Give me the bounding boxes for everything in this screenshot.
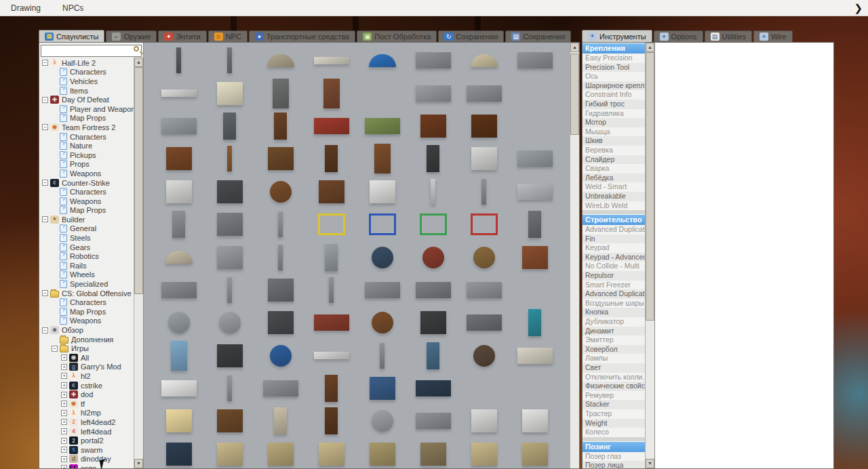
tree-item[interactable]: Дополнения <box>39 335 134 344</box>
spawn-prop-icon[interactable] <box>517 52 553 68</box>
tree-item[interactable]: +gGarry's Mod <box>39 363 134 372</box>
tree-item[interactable]: −✹Обзор <box>39 325 134 335</box>
tree-item[interactable]: +csgo <box>39 464 134 468</box>
spawn-prop-icon[interactable] <box>481 179 486 205</box>
spawn-prop-icon[interactable] <box>517 150 553 167</box>
scroll-thumb[interactable] <box>646 52 654 321</box>
spawn-prop-icon[interactable] <box>166 409 192 432</box>
spawn-prop-icon[interactable] <box>473 247 495 268</box>
tree-toggle-plus-icon[interactable]: + <box>61 456 67 462</box>
spawn-prop-icon[interactable] <box>365 118 400 134</box>
menu-item-npcs[interactable]: NPCs <box>52 0 94 16</box>
tree-toggle-minus-icon[interactable]: − <box>42 290 48 296</box>
tree-item[interactable]: +2left4dead2 <box>39 417 134 427</box>
tree-item[interactable]: Gears <box>39 243 134 252</box>
tree-item[interactable]: Steels <box>39 233 134 243</box>
tree-item[interactable]: Specialized <box>39 279 134 289</box>
spawn-prop-icon[interactable] <box>273 79 289 108</box>
spawn-prop-icon[interactable] <box>471 115 497 138</box>
spawn-prop-icon[interactable] <box>325 244 338 271</box>
spawn-prop-icon[interactable] <box>370 443 395 466</box>
spawn-prop-icon[interactable] <box>325 407 338 434</box>
tree-toggle-plus-icon[interactable]: + <box>61 428 67 434</box>
tree-item[interactable]: +λhl2 <box>39 371 134 381</box>
tree-toggle-minus-icon[interactable]: − <box>42 216 48 222</box>
tree-toggle-plus-icon[interactable]: + <box>61 419 67 425</box>
spawn-prop-icon[interactable] <box>420 443 446 466</box>
scroll-thumb[interactable] <box>570 54 579 135</box>
tool-item[interactable]: Слайдер <box>583 155 645 165</box>
spawn-prop-icon[interactable] <box>323 79 340 108</box>
tool-item[interactable]: No Collide - Multi <box>583 262 645 271</box>
spawn-prop-icon[interactable] <box>374 144 391 174</box>
spawn-prop-icon[interactable] <box>522 409 548 432</box>
spawnmenu-tab[interactable]: ⌐Оружие <box>106 30 157 42</box>
tool-item[interactable]: Stacker <box>583 400 645 409</box>
spawn-prop-icon[interactable] <box>372 410 393 432</box>
tools-tab[interactable]: ▤Utilities <box>705 30 752 42</box>
spawn-prop-icon[interactable] <box>314 314 349 331</box>
tool-item[interactable]: Advanced Duplicator <box>583 225 645 234</box>
scroll-up-button[interactable]: ▲ <box>134 58 143 67</box>
tree-toggle-minus-icon[interactable]: − <box>42 60 48 66</box>
spawn-prop-icon[interactable] <box>314 352 349 359</box>
spawn-prop-icon[interactable] <box>217 443 243 466</box>
tool-item[interactable]: Отключить колли... <box>583 373 645 382</box>
spawn-prop-icon[interactable] <box>325 145 338 172</box>
icon-grid-scrollbar[interactable]: ▲ <box>570 43 579 468</box>
tree-item[interactable]: Nature <box>39 141 134 150</box>
tree-item[interactable]: Weapons <box>39 169 134 178</box>
tree-item[interactable]: General <box>39 224 134 234</box>
tree-item[interactable]: Characters <box>39 132 134 142</box>
spawn-prop-icon[interactable] <box>416 282 451 298</box>
tree-item[interactable]: Characters <box>39 298 134 307</box>
tree-item[interactable]: Player and Weapons <box>39 104 134 114</box>
spawn-prop-icon[interactable] <box>372 312 393 333</box>
tree-toggle-plus-icon[interactable]: + <box>61 465 67 468</box>
tool-item[interactable]: Advanced Duplicat... <box>583 289 645 299</box>
scroll-thumb[interactable] <box>134 67 143 294</box>
spawn-prop-icon[interactable] <box>267 54 294 67</box>
spawn-prop-icon[interactable] <box>517 348 553 364</box>
tree-item[interactable]: Pickups <box>39 150 134 160</box>
tree-toggle-plus-icon[interactable]: + <box>61 364 67 370</box>
spawn-prop-icon[interactable] <box>370 377 395 400</box>
tool-item[interactable]: Гибкий трос <box>583 100 645 109</box>
spawnmenu-tab[interactable]: ✦Энтити <box>158 30 206 42</box>
tool-item[interactable]: Воздушные шары <box>583 299 645 308</box>
spawn-prop-icon[interactable] <box>217 409 243 432</box>
spawn-prop-icon[interactable] <box>420 213 447 235</box>
spawn-prop-icon[interactable] <box>166 147 192 170</box>
tool-item[interactable]: Weight <box>583 419 645 428</box>
spawnmenu-tab[interactable]: ●Транспортные средства <box>249 30 355 42</box>
tree-item[interactable]: +◉All <box>39 353 134 363</box>
spawn-prop-icon[interactable] <box>270 345 292 367</box>
spawn-prop-icon[interactable] <box>416 52 451 68</box>
spawn-prop-icon[interactable] <box>161 282 197 298</box>
tools-tab[interactable]: ✦Options <box>654 30 703 42</box>
spawn-prop-icon[interactable] <box>161 118 197 134</box>
spawn-prop-icon[interactable] <box>314 57 349 64</box>
spawn-prop-icon[interactable] <box>369 213 396 235</box>
scroll-down-button[interactable]: ▼ <box>134 459 143 468</box>
tool-item[interactable]: Ось <box>583 72 645 81</box>
tool-item[interactable]: Smart Freezer <box>583 281 645 290</box>
spawn-prop-icon[interactable] <box>217 82 243 105</box>
tree-item[interactable]: −cCounter-Strike <box>39 178 134 188</box>
spawn-prop-icon[interactable] <box>318 213 345 235</box>
spawn-prop-icon[interactable] <box>161 380 197 396</box>
tree-item[interactable]: Characters <box>39 187 134 197</box>
spawnmenu-tab[interactable]: ▦Спаунлисты <box>39 30 104 42</box>
tree-toggle-plus-icon[interactable]: + <box>61 392 67 398</box>
tool-item[interactable]: WireLib Weld <box>583 201 645 211</box>
tool-item[interactable]: Constraint Info <box>583 90 645 100</box>
spawn-prop-icon[interactable] <box>219 312 241 333</box>
tree-toggle-minus-icon[interactable]: − <box>42 97 48 103</box>
spawn-prop-icon[interactable] <box>165 251 193 264</box>
tool-item[interactable]: Fin <box>583 234 645 244</box>
tree-item[interactable]: Items <box>39 86 134 96</box>
tree-toggle-minus-icon[interactable]: − <box>42 180 48 186</box>
spawn-prop-icon[interactable] <box>370 180 395 203</box>
spawn-prop-icon[interactable] <box>467 314 502 331</box>
tree-item[interactable]: Robotics <box>39 251 134 261</box>
